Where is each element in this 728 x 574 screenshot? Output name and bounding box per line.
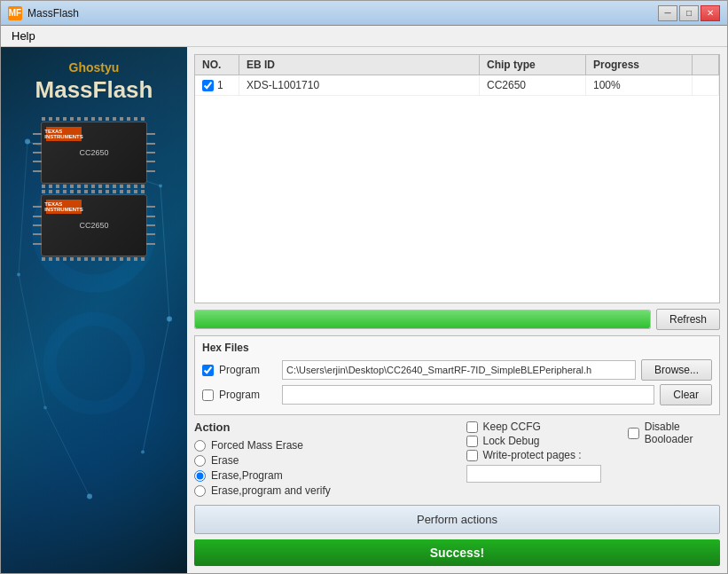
col-progress: Progress [586,55,693,75]
chip-visual-1: TEXASINSTRUMENTS CC2650 [41,122,147,184]
action-left: Action Forced Mass Erase Erase Erase,Pro… [194,421,449,499]
col-chip-type: Chip type [480,55,586,75]
title-bar: MF MassFlash ─ □ ✕ [1,1,727,26]
hex-input-1[interactable] [282,360,636,380]
hex-row-1: Program Browse... [202,359,712,381]
row-checkbox[interactable] [202,80,214,91]
hex-row-2: Program Clear [202,384,712,405]
radio-input-forced[interactable] [194,440,206,452]
refresh-button[interactable]: Refresh [656,309,720,330]
disable-booloader-checkbox[interactable] [628,428,639,439]
sidebar-brand: Ghostyu [35,60,153,75]
device-table: NO. EB ID Chip type Progress 1 XDS-L1001… [194,54,720,303]
radio-erase-program: Erase,Program [194,469,449,482]
close-button[interactable]: ✕ [701,5,720,21]
action-right-left: Keep CCFG Lock Debug Write-protect pages… [466,421,601,483]
progress-bar-container [194,310,651,329]
write-protect-input[interactable] [466,465,601,483]
cell-progress: 100% [586,75,693,95]
svg-line-11 [45,408,90,497]
radio-input-erase[interactable] [194,455,206,467]
progress-bar-fill [195,311,650,328]
window-controls: ─ □ ✕ [658,5,720,21]
perform-actions-button[interactable]: Perform actions [194,505,720,534]
keep-ccfg-row: Keep CCFG [466,421,601,433]
browse-button[interactable]: Browse... [641,359,712,381]
app-icon: MF [8,6,22,20]
hex-label-1: Program [219,364,277,376]
svg-line-10 [143,319,169,452]
hex-files-title: Hex Files [202,342,712,354]
cell-no: 1 [195,75,239,95]
sidebar-product: MassFlash [35,76,153,104]
radio-erase-verify: Erase,program and verify [194,484,449,497]
clear-button[interactable]: Clear [660,384,712,405]
menu-bar: Help [1,26,727,47]
menu-item-help[interactable]: Help [4,28,43,44]
main-content: Ghostyu MassFlash TEXASINSTRUMENTS CC265… [1,47,727,573]
cell-chip-type: CC2650 [480,75,586,95]
lock-debug-checkbox[interactable] [466,436,478,447]
main-window: MF MassFlash ─ □ ✕ Help [0,0,728,574]
hex-checkbox-1[interactable] [202,365,214,376]
progress-section: Refresh [194,309,720,330]
svg-line-9 [19,275,45,408]
svg-point-14 [50,319,138,408]
chip-visual-2: TEXASINSTRUMENTS CC2650 [41,194,147,256]
col-eb-id: EB ID [239,55,480,75]
cell-extra [693,75,719,95]
sidebar: Ghostyu MassFlash TEXASINSTRUMENTS CC265… [1,47,187,573]
window-title: MassFlash [27,7,658,20]
disable-booloader-row: Disable Booloader [628,421,720,445]
table-row: 1 XDS-L1001710 CC2650 100% [195,75,719,96]
radio-input-erase-program[interactable] [194,470,206,482]
hex-label-2: Program [219,389,277,401]
table-header: NO. EB ID Chip type Progress [195,55,719,75]
hex-files-section: Hex Files Program Browse... Program Clea… [194,335,720,415]
action-right: Keep CCFG Lock Debug Write-protect pages… [466,421,721,499]
lock-debug-row: Lock Debug [466,435,601,447]
radio-erase: Erase [194,454,449,467]
col-extra [693,55,719,75]
success-bar: Success! [194,539,720,566]
maximize-button[interactable]: □ [679,5,699,21]
right-panel: NO. EB ID Chip type Progress 1 XDS-L1001… [187,47,727,573]
keep-ccfg-checkbox[interactable] [466,421,478,433]
radio-input-erase-verify[interactable] [194,485,206,497]
write-protect-row: Write-protect pages : [466,449,601,461]
cell-eb-id: XDS-L1001710 [239,75,480,95]
hex-checkbox-2[interactable] [202,389,214,401]
col-no: NO. [195,55,239,75]
action-right-right: Disable Booloader [628,421,720,483]
action-section: Action Forced Mass Erase Erase Erase,Pro… [194,421,720,499]
radio-forced-mass-erase: Forced Mass Erase [194,439,449,452]
write-protect-checkbox[interactable] [466,450,478,461]
action-title: Action [194,421,449,434]
table-body: 1 XDS-L1001710 CC2650 100% [195,75,719,303]
hex-input-2[interactable] [282,385,654,405]
minimize-button[interactable]: ─ [658,5,677,21]
